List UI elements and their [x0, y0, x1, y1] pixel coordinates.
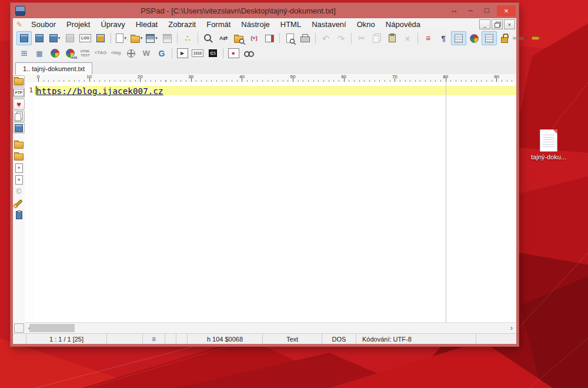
save-all-button[interactable]: [159, 31, 175, 45]
mdi-restore-button[interactable]: [492, 19, 503, 29]
browser-preview-button[interactable]: [123, 46, 139, 61]
project-open-button[interactable]: ▾: [47, 31, 62, 45]
cut-button[interactable]: ✂: [354, 31, 369, 45]
save-file-button[interactable]: ▾: [144, 31, 159, 45]
resize-button[interactable]: ↔: [446, 3, 462, 18]
favorites-panel-button[interactable]: ♥: [13, 99, 25, 110]
tag-lowercase-button[interactable]: <tag: [108, 46, 123, 61]
edit-window-button[interactable]: ▦: [32, 46, 47, 61]
dropdown-arrow-icon[interactable]: ▾: [58, 36, 61, 41]
binary-view-button[interactable]: 1010: [190, 46, 205, 61]
goto-line-button[interactable]: (+): [246, 31, 262, 45]
html-test-button[interactable]: HTML TEST: [78, 46, 93, 61]
print-button[interactable]: [298, 31, 313, 45]
special-chars-button[interactable]: [482, 31, 497, 45]
project-settings-button[interactable]: [93, 31, 108, 45]
undo-button[interactable]: ↶: [318, 31, 333, 45]
template-add-button[interactable]: +: [14, 162, 24, 173]
dropdown-arrow-icon[interactable]: ▾: [141, 36, 143, 41]
desktop-file-icon[interactable]: tajný-doku...: [528, 129, 569, 160]
google-search-button[interactable]: G: [154, 46, 169, 61]
folder-shortcut2-button[interactable]: [14, 150, 24, 162]
titlebar[interactable]: PSPad - [C:\Users\vitezslavn\Desktop\taj…: [11, 3, 519, 18]
color-to-hex-button[interactable]: #10: [62, 46, 78, 61]
line-ending-cell[interactable]: DOS: [322, 334, 356, 344]
replace-button[interactable]: A⇄: [216, 31, 231, 45]
menu-item-projekt[interactable]: Projekt: [61, 20, 95, 29]
scroll-right-arrow[interactable]: ›: [507, 323, 516, 333]
menu-item-nastaveni[interactable]: Nastavení: [306, 20, 352, 29]
ftp-panel-button[interactable]: FTP: [13, 87, 25, 98]
user-highlighter-button[interactable]: [466, 31, 482, 45]
minimize-button[interactable]: –: [462, 3, 479, 18]
pspad-window[interactable]: PSPad - [C:\Users\vitezslavn\Desktop\taj…: [11, 3, 519, 346]
syntax-highlight-button[interactable]: [451, 31, 466, 45]
dropdown-arrow-icon[interactable]: ▾: [124, 36, 126, 41]
scrollbar-thumb[interactable]: [29, 324, 75, 332]
dropdown-arrow-icon[interactable]: ▾: [524, 36, 527, 41]
menu-item-format[interactable]: Formát: [201, 20, 236, 29]
search-in-files-button[interactable]: [231, 31, 246, 45]
show-paragraph-button[interactable]: ¶: [436, 31, 451, 45]
search-button[interactable]: [201, 31, 216, 45]
lock-file-button[interactable]: [497, 31, 512, 45]
project-panel-button[interactable]: [13, 122, 25, 133]
menu-item-zobrazit[interactable]: Zobrazit: [163, 20, 201, 29]
word-wrap-button[interactable]: ≡: [420, 31, 436, 45]
template-remove-button[interactable]: ×: [14, 174, 24, 185]
menu-item-html[interactable]: HTML: [275, 20, 306, 29]
close-button[interactable]: ×: [497, 5, 516, 16]
insert-mode-cell[interactable]: ≡: [143, 334, 165, 344]
delete-button[interactable]: ×: [400, 31, 415, 45]
open-file-button[interactable]: ▾: [129, 31, 144, 45]
record-macro-button[interactable]: ■: [226, 46, 241, 61]
bookmarks-button[interactable]: [262, 31, 277, 45]
editor-line-text[interactable]: https://blog.ijacek007.cz: [36, 86, 163, 96]
ruler-tick-label: 20: [138, 74, 143, 79]
copy-button[interactable]: [369, 31, 385, 45]
reformat-button[interactable]: ∴: [180, 31, 195, 45]
color-selector-button[interactable]: [47, 46, 62, 61]
tag-uppercase-button[interactable]: <TAG: [93, 46, 108, 61]
console-button[interactable]: C:\: [205, 46, 220, 61]
project-new-button[interactable]: [16, 31, 32, 45]
print-preview-button[interactable]: [282, 31, 298, 45]
document-tab[interactable]: 1.. tajný-dokument.txt: [15, 62, 92, 75]
insert-text-button[interactable]: ⊞: [16, 46, 32, 61]
windows-panel-button[interactable]: [13, 111, 25, 122]
mdi-minimize-button[interactable]: _: [479, 19, 490, 29]
w3c-validate-button[interactable]: W: [139, 46, 154, 61]
files-panel-button[interactable]: [13, 75, 25, 86]
menu-item-hledat[interactable]: Hledat: [131, 20, 163, 29]
tag-lowercase-icon: <tag: [111, 51, 121, 56]
redo-button[interactable]: ↷: [333, 31, 349, 45]
encoding-cell[interactable]: Kódování: UTF-8: [356, 334, 476, 344]
dropdown-arrow-icon[interactable]: ▾: [155, 36, 158, 41]
paste-button[interactable]: [385, 31, 400, 45]
cursor-position-cell[interactable]: 1 : 1 / 1 [25]: [26, 334, 107, 344]
menu-item-napoveda[interactable]: Nápověda: [380, 20, 426, 29]
circle-button[interactable]: ©: [14, 186, 24, 197]
char-code-cell[interactable]: h 104 $0068: [188, 334, 263, 344]
menu-item-soubor[interactable]: Soubor: [26, 20, 61, 29]
run-script-button[interactable]: ▶: [175, 46, 190, 61]
file-type-cell[interactable]: Text: [263, 334, 322, 344]
horizontal-scrollbar[interactable]: ‹ ›: [25, 322, 516, 334]
menu-item-okno[interactable]: Okno: [352, 20, 380, 29]
sidepanel-bottom-button[interactable]: [14, 323, 24, 333]
folder-shortcut-button[interactable]: [14, 139, 24, 150]
maximize-button[interactable]: □: [479, 3, 495, 18]
new-file-button[interactable]: ▾: [113, 31, 129, 45]
editor-area[interactable]: 1 https://blog.ijacek007.cz: [25, 82, 516, 323]
project-save-button[interactable]: [62, 31, 78, 45]
spell-check-button[interactable]: SPELL▾: [512, 31, 527, 45]
tools-button[interactable]: [14, 198, 24, 209]
stay-on-top-button[interactable]: [527, 31, 543, 45]
menu-item-nastroje[interactable]: Nástroje: [236, 20, 275, 29]
project-add-file-button[interactable]: [32, 31, 47, 45]
mdi-close-button[interactable]: ×: [504, 19, 515, 29]
log-window-button[interactable]: LOG: [78, 31, 93, 45]
menu-item-upravy[interactable]: Úpravy: [95, 20, 130, 29]
text-preview-button[interactable]: [241, 46, 256, 61]
clipboard-panel-button[interactable]: [14, 209, 24, 220]
